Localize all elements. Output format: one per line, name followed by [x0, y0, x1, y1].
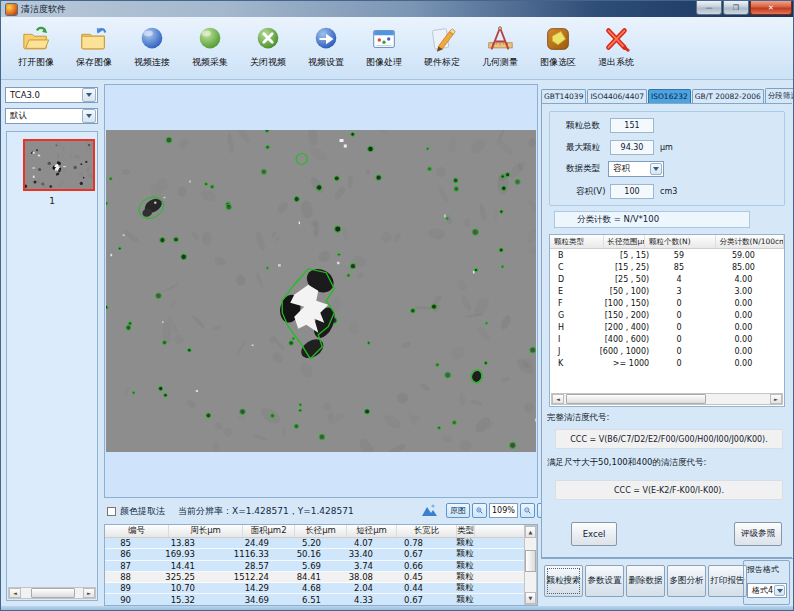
save-image-icon — [79, 24, 109, 54]
table-row[interactable]: 86 169.93 1116.33 50.16 33.40 0.67 颗粒 — [105, 549, 537, 560]
table-row[interactable]: F [100 , 150) 0 0.00 — [550, 297, 784, 309]
tab-gbt14039[interactable]: GBT14039 — [541, 89, 586, 103]
table-row[interactable]: G [150 , 200) 0 0.00 — [550, 309, 784, 321]
thumbnail-image[interactable] — [25, 141, 93, 189]
max-particle-label: 最大颗粒 — [566, 142, 600, 154]
image-region-button[interactable]: 图像选区 — [529, 21, 587, 76]
total-particles-value[interactable]: 151 — [610, 118, 654, 133]
column-header[interactable]: 颗粒类型 — [550, 235, 604, 248]
scroll-down-icon[interactable]: ▼ — [525, 592, 536, 604]
table-row[interactable]: H [200 , 400) 0 0.00 — [550, 322, 784, 334]
column-header[interactable]: 编号 — [105, 525, 169, 537]
zoom-in-icon[interactable] — [472, 503, 487, 518]
table-row[interactable]: B [5 , 15) 59 59.00 — [550, 249, 784, 261]
image-mode-icon[interactable] — [421, 503, 437, 519]
minimize-button[interactable]: — — [696, 1, 722, 15]
thumbnail-selected[interactable] — [23, 139, 95, 191]
tab-iso16232[interactable]: ISO16232 — [648, 89, 691, 103]
class-count-table: 颗粒类型长径范围μm颗粒个数(N)分类计数(N/100cm3) B [5 , 1… — [549, 234, 785, 407]
scroll-up-icon[interactable]: ▲ — [525, 526, 536, 538]
scroll-left-icon[interactable]: ◄ — [9, 588, 21, 598]
scroll-right-icon[interactable]: ► — [83, 588, 95, 598]
table-row[interactable]: D [25 , 50) 4 4.00 — [550, 273, 784, 285]
geometry-measure-icon — [485, 24, 515, 54]
image-list: 1 ◄ ► — [6, 131, 98, 601]
image-viewport — [104, 84, 538, 498]
hardware-calibrate-button[interactable]: 硬件标定 — [413, 21, 471, 76]
close-button[interactable]: ✕ — [750, 1, 792, 15]
resolution-text: 当前分辨率：X=1.428571，Y=1.428571 — [178, 505, 354, 518]
hardware-calibrate-icon — [427, 24, 457, 54]
table-row[interactable]: 87 14.41 28.57 5.69 3.74 0.66 颗粒 — [105, 561, 537, 572]
table-row[interactable]: 90 15.32 34.69 6.51 4.33 0.67 颗粒 — [105, 594, 537, 605]
save-image-button[interactable]: 保存图像 — [65, 21, 123, 76]
video-connect-icon — [137, 24, 167, 54]
geometry-measure-button[interactable]: 几何测量 — [471, 21, 529, 76]
column-header[interactable]: 类型 — [457, 525, 475, 537]
maximize-button[interactable]: ❐ — [723, 1, 749, 15]
table-row[interactable]: J [600 , 1000) 0 0.00 — [550, 346, 784, 358]
microscope-image[interactable] — [106, 130, 536, 452]
camera-select[interactable]: TCA3.0 — [5, 87, 98, 103]
rating-reference-button[interactable]: 评级参照 — [734, 522, 782, 546]
column-header[interactable]: 分类计数(N/100cm3) — [716, 235, 784, 248]
print-report-button[interactable]: 打印报告 — [708, 565, 747, 597]
table-row[interactable]: E [50 , 100) 3 3.00 — [550, 285, 784, 297]
report-format-select[interactable]: 格式4 — [747, 583, 787, 598]
parameter-settings-button[interactable]: 参数设置 — [585, 565, 624, 597]
column-header[interactable]: 长宽比 — [397, 525, 457, 537]
original-size-button[interactable]: 原图 — [446, 503, 470, 518]
image-process-button[interactable]: 图像处理 — [355, 21, 413, 76]
video-capture-icon — [195, 24, 225, 54]
video-settings-button[interactable]: 视频设置 — [297, 21, 355, 76]
column-header[interactable]: 周长μm — [169, 525, 243, 537]
table-row[interactable]: I [400 , 600) 0 0.00 — [550, 334, 784, 346]
table-row[interactable]: K >= 1000 0 0.00 — [550, 358, 784, 370]
column-header[interactable]: 长径范围μm — [604, 235, 646, 248]
column-header[interactable]: 颗粒个数(N) — [645, 235, 716, 248]
image-list-scrollbar[interactable]: ◄ ► — [8, 587, 96, 599]
window-buttons: — ❐ ✕ — [695, 1, 792, 15]
title-bar: 清洁度软件 — ❐ ✕ — [1, 1, 794, 17]
scroll-left-icon[interactable]: ◄ — [552, 394, 564, 404]
particle-table-scrollbar[interactable]: ▲ ▼ — [524, 525, 537, 605]
datatype-select[interactable]: 容积 — [608, 161, 664, 177]
delete-data-button[interactable]: 删除数据 — [626, 565, 665, 597]
exit-system-button[interactable]: 退出系统 — [587, 21, 645, 76]
video-capture-button[interactable]: 视频采集 — [181, 21, 239, 76]
chevron-down-icon[interactable] — [82, 109, 96, 123]
table-row[interactable]: 88 325.25 1512.24 84.41 38.08 0.45 颗粒 — [105, 572, 537, 583]
video-settings-icon — [311, 24, 341, 54]
zoom-percent-value[interactable]: 109% — [489, 503, 518, 518]
excel-export-button[interactable]: Excel — [571, 522, 617, 546]
table-row[interactable]: C [15 , 25) 85 85.00 — [550, 261, 784, 273]
class-table-scrollbar[interactable]: ◄ ► — [551, 393, 783, 405]
max-particle-value[interactable]: 94.30 — [610, 140, 654, 155]
multi-image-analysis-button[interactable]: 多图分析 — [667, 565, 706, 597]
color-extract-checkbox[interactable] — [107, 506, 116, 516]
summary-groupbox: 颗粒总数 151 最大颗粒 94.30 μm 数据类型 容积 容积(V) 100… — [549, 111, 785, 206]
open-image-button[interactable]: 打开图像 — [7, 21, 65, 76]
profile-select[interactable]: 默认 — [5, 108, 98, 124]
particle-search-button[interactable]: 颗粒搜索 — [544, 565, 583, 597]
partial-code-label: 满足尺寸大于50,100和400的清洁度代号: — [547, 457, 706, 469]
chevron-down-icon[interactable] — [650, 163, 662, 175]
column-header[interactable]: 长径μm — [295, 525, 347, 537]
video-connect-button[interactable]: 视频连接 — [123, 21, 181, 76]
action-bar: 颗粒搜索 参数设置 删除数据 多图分析 打印报告 报告格式 格式4 — [541, 558, 793, 606]
tab-segment-filter[interactable]: 分段筛选 — [765, 88, 793, 103]
table-row[interactable]: 85 13.83 24.49 5.20 4.07 0.78 颗粒 — [105, 538, 537, 549]
max-particle-unit: μm — [660, 143, 673, 152]
full-code-value: CCC = V(B6/C7/D2/E2/F00/G00/H00/I00/J00/… — [555, 429, 783, 449]
column-header[interactable]: 短径μm — [347, 525, 397, 537]
scroll-right-icon[interactable]: ► — [770, 394, 782, 404]
column-header[interactable]: 面积μm2 — [243, 525, 295, 537]
zoom-out-icon[interactable] — [520, 503, 535, 518]
tab-gbt-20082-2006[interactable]: GB/T 20082-2006 — [692, 89, 764, 103]
tab-iso4406-4407[interactable]: ISO4406/4407 — [587, 89, 647, 103]
volume-value[interactable]: 100 — [610, 184, 654, 199]
chevron-down-icon[interactable] — [774, 585, 785, 596]
table-row[interactable]: 89 10.70 14.29 4.68 2.04 0.44 颗粒 — [105, 583, 537, 594]
chevron-down-icon[interactable] — [82, 88, 96, 102]
video-close-button[interactable]: 关闭视频 — [239, 21, 297, 76]
